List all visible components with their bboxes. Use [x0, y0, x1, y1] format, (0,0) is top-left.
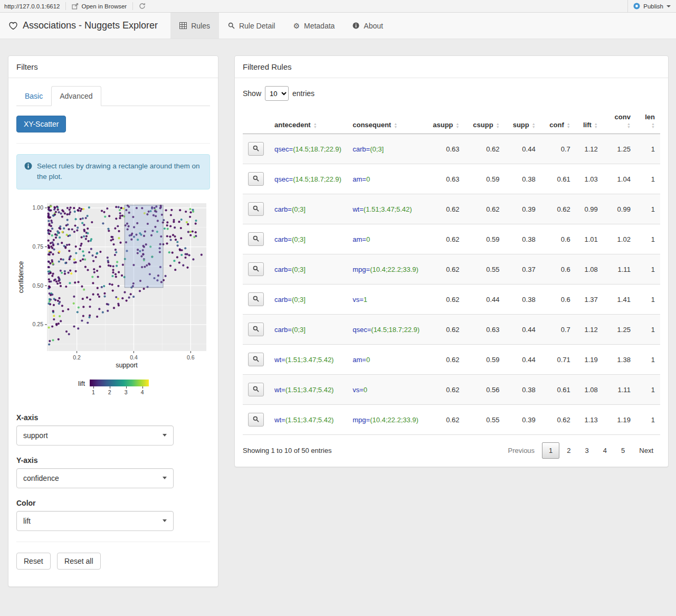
conv-cell: 1.02 — [603, 224, 636, 254]
tab-about[interactable]: About — [344, 13, 392, 39]
tab-metadata[interactable]: ⚙ Metadata — [284, 13, 344, 39]
column-header-lift[interactable]: lift▲▼ — [576, 108, 603, 134]
color-select[interactable]: lift — [16, 511, 174, 531]
table-footer: Showing 1 to 10 of 50 entries Previous 1… — [243, 437, 660, 459]
sort-icon: ▲▼ — [394, 122, 397, 129]
rule-search-button[interactable] — [248, 262, 264, 276]
pagination-page-3[interactable]: 3 — [578, 442, 596, 459]
conf-cell: 0.62 — [541, 405, 576, 435]
rule-row: wt=(1.51;3.47;5.42)mpg=(10.4;22.2;33.9)0… — [243, 405, 660, 435]
tab-rules[interactable]: Rules — [170, 13, 219, 39]
column-header-asupp[interactable]: asupp▲▼ — [425, 108, 464, 134]
sort-icon: ▲▼ — [651, 122, 655, 129]
open-in-browser-button[interactable]: Open in Browser — [66, 0, 133, 12]
column-header-consequent[interactable]: consequent▲▼ — [347, 108, 425, 134]
conf-cell: 0.6 — [541, 224, 576, 254]
column-header-conf[interactable]: conf▲▼ — [541, 108, 576, 134]
column-header-conv[interactable]: conv▲▼ — [603, 108, 636, 134]
rule-search-button[interactable] — [248, 323, 264, 336]
sort-icon: ▲▼ — [532, 122, 536, 129]
rules-table-body: qsec=(14.5;18.7;22.9)carb=(0;3]0.630.620… — [243, 134, 660, 435]
consequent-cell: vs=0 — [347, 375, 425, 405]
column-header-csupp[interactable]: csupp▲▼ — [464, 108, 504, 134]
x-axis-value: support — [23, 431, 48, 440]
show-label: Show — [243, 89, 261, 98]
sort-icon: ▲▼ — [627, 122, 631, 129]
y-axis-group: Y-axis confidence — [16, 456, 210, 488]
caret-down-icon — [163, 519, 167, 522]
search-icon — [253, 296, 259, 304]
scatter-plot[interactable]: 0.20.40.60.250.500.751.00supportconfiden… — [16, 198, 210, 375]
reset-button[interactable]: Reset — [16, 553, 51, 570]
consequent-cell: am=0 — [347, 345, 425, 375]
asupp-cell: 0.63 — [425, 134, 464, 164]
supp-cell: 0.44 — [505, 345, 541, 375]
conf-cell: 0.71 — [541, 345, 576, 375]
search-icon — [253, 416, 259, 424]
len-cell: 1 — [636, 405, 660, 435]
pagination-next[interactable]: Next — [632, 442, 660, 459]
len-cell: 1 — [636, 224, 660, 254]
main-tabs: Rules Rule Detail ⚙ Metadata About — [170, 13, 392, 39]
conf-cell: 0.62 — [541, 194, 576, 224]
pagination-previous[interactable]: Previous — [501, 442, 542, 459]
tab-label: Rule Detail — [239, 22, 275, 30]
filters-title: Filters — [8, 56, 218, 78]
csupp-cell: 0.62 — [464, 194, 504, 224]
rule-row: qsec=(14.5;18.7;22.9)am=00.630.590.380.6… — [243, 164, 660, 194]
asupp-cell: 0.62 — [425, 224, 464, 254]
column-header-len[interactable]: len▲▼ — [636, 108, 660, 134]
rule-search-button[interactable] — [248, 383, 264, 396]
column-header-supp[interactable]: supp▲▼ — [505, 108, 541, 134]
tab-rule-detail[interactable]: Rule Detail — [219, 13, 284, 39]
asupp-cell: 0.62 — [425, 405, 464, 435]
pagination-page-2[interactable]: 2 — [560, 442, 577, 459]
tab-label: Metadata — [304, 22, 335, 30]
reload-button[interactable] — [133, 0, 151, 12]
rule-search-button[interactable] — [248, 413, 264, 427]
lift-cell: 1.01 — [576, 224, 603, 254]
page-length-select[interactable]: 10 — [265, 86, 289, 101]
asupp-cell: 0.62 — [425, 315, 464, 345]
antecedent-cell: carb=(0;3] — [269, 254, 347, 285]
legend-tick-mark — [110, 386, 110, 388]
tab-basic[interactable]: Basic — [16, 86, 51, 106]
pagination-page-5[interactable]: 5 — [614, 442, 632, 459]
rule-search-button[interactable] — [248, 232, 264, 246]
tab-advanced[interactable]: Advanced — [51, 86, 101, 106]
conf-cell: 0.6 — [541, 254, 576, 285]
search-icon — [253, 386, 259, 394]
pagination-page-4[interactable]: 4 — [596, 442, 614, 459]
rule-search-button[interactable] — [248, 202, 264, 216]
rule-search-button[interactable] — [248, 172, 264, 186]
supp-cell: 0.37 — [505, 254, 541, 285]
search-icon — [253, 356, 259, 364]
reset-all-button[interactable]: Reset all — [57, 553, 100, 570]
publish-button[interactable]: Publish — [627, 0, 676, 12]
len-cell: 1 — [636, 345, 660, 375]
legend-tick-mark — [142, 386, 143, 388]
pagination-page-1[interactable]: 1 — [542, 442, 559, 459]
rule-search-button[interactable] — [248, 292, 264, 306]
info-alert: Select rules by drawing a rectangle arou… — [16, 154, 210, 189]
consequent-cell: am=0 — [347, 224, 425, 254]
search-icon — [253, 235, 259, 243]
y-axis-select[interactable]: confidence — [16, 468, 174, 488]
rule-search-button[interactable] — [248, 142, 264, 156]
y-axis-value: confidence — [23, 474, 59, 482]
column-header-antecedent[interactable]: antecedent▲▼ — [269, 108, 347, 134]
x-axis-select[interactable]: support — [16, 425, 174, 446]
svg-text:0.25: 0.25 — [33, 321, 44, 327]
conv-cell: 1.41 — [603, 285, 636, 315]
lift-cell: 1.13 — [576, 405, 603, 435]
svg-text:1.00: 1.00 — [33, 204, 44, 211]
table-info: Showing 1 to 10 of 50 entries — [243, 447, 331, 454]
legend-tick-mark — [126, 386, 127, 388]
rule-search-button[interactable] — [248, 353, 264, 366]
xy-scatter-button[interactable]: XY-Scatter — [16, 116, 66, 132]
conf-cell: 0.61 — [541, 164, 576, 194]
search-icon — [253, 175, 259, 183]
supp-cell: 0.38 — [505, 285, 541, 315]
gear-icon: ⚙ — [293, 22, 300, 30]
antecedent-cell: wt=(1.51;3.47;5.42) — [269, 405, 347, 435]
